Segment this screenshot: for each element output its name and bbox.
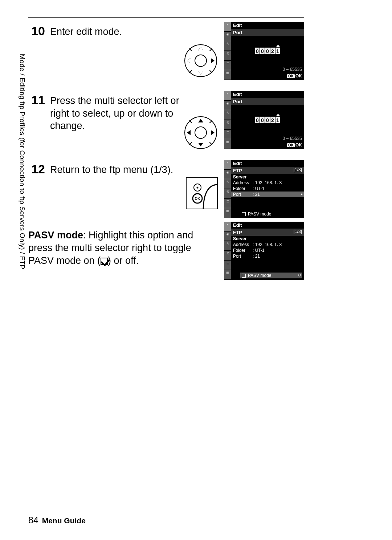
lcd-row-address: Address: 192. 168. 1. 3	[231, 180, 304, 186]
step-10: 10 Enter edit mode. ▸ ◉ ✎ ⚒ ☰ ▦ Edit Por…	[28, 18, 304, 87]
port-range: 0 – 65535	[283, 67, 302, 72]
lcd-title: Edit	[231, 160, 304, 167]
lcd-tab-icon: ▸	[224, 22, 231, 32]
lcd-row-port: Port: 21	[231, 253, 304, 259]
checkbox-icon	[242, 274, 246, 278]
lcd-tab-icon: ▦	[224, 139, 231, 149]
port-digit: 0	[255, 47, 260, 55]
multi-selector-icon	[184, 44, 217, 77]
lcd-subtitle: Port	[231, 29, 304, 36]
step-text: Enter edit mode.	[50, 25, 181, 38]
port-range: 0 – 65535	[283, 136, 302, 141]
lcd-tab-icon: ☰	[224, 61, 231, 70]
lcd-section: Server	[231, 174, 304, 180]
lcd-tab-icon: ▸	[224, 160, 231, 170]
lcd-tab-icon: ◉	[224, 231, 231, 241]
lcd-screenshot-port-enter: ▸ ◉ ✎ ⚒ ☰ ▦ Edit Port 0 0 0 2 1 0 – 6553…	[224, 22, 304, 80]
lcd-screenshot-port-edit: ▸ ◉ ✎ ⚒ ☰ ▦ Edit Port 0 0 0 2 1 0 – 6553…	[224, 91, 304, 149]
port-digit: 0	[265, 116, 270, 124]
lcd-page-indicator: [1/3]	[294, 229, 302, 234]
port-digit: 0	[265, 47, 270, 55]
section-breadcrumb-vertical: Mode / Editing ftp Profiles (for Connect…	[16, 54, 26, 308]
lcd-tab-icon: ▸	[224, 91, 231, 101]
lcd-tab-icon: ✎	[224, 110, 231, 120]
svg-rect-0	[186, 178, 217, 209]
lcd-row-folder: Folder: UT-1	[231, 186, 304, 192]
step-11: 11 Press the multi selector left or righ…	[28, 87, 304, 156]
lcd-row-port-highlighted: Port: 21	[231, 192, 304, 197]
ok-hint: OKOK	[287, 73, 302, 78]
lcd-tab-icon: ▸	[224, 222, 231, 231]
lcd-row-folder: Folder: UT-1	[231, 247, 304, 253]
lcd-tab-icon: ✎	[224, 241, 231, 251]
lcd-tab-icon: ⚒	[224, 51, 231, 61]
page-footer: 84 Menu Guide	[28, 515, 86, 525]
lcd-tab-icon: ⚒	[224, 251, 231, 261]
pasv-paragraph: PASV mode: Highlight this option and pre…	[28, 229, 217, 267]
lcd-tab-icon: ☰	[224, 199, 231, 209]
checked-box-icon	[101, 258, 108, 265]
port-digit: 0	[260, 47, 265, 55]
lcd-tab-icon: ☰	[224, 261, 231, 270]
port-digit-selected: 1	[275, 116, 280, 124]
step-12: 12 Return to the ftp menu (1/3). ✦ OK ▸ …	[28, 156, 304, 222]
port-digit-entry: 0 0 0 2 1	[255, 116, 280, 124]
step-number: 10	[28, 25, 45, 37]
lcd-tab-icon: ☰	[224, 130, 231, 140]
lcd-tab-icon: ✎	[224, 179, 231, 189]
lcd-tab-icon: ◉	[224, 170, 231, 180]
page-number: 84	[28, 515, 38, 525]
lcd-tab-icon: ▦	[224, 270, 231, 280]
cycle-icon: ↺	[298, 273, 301, 278]
ok-hint: OKOK	[287, 142, 302, 148]
port-digit-entry: 0 0 0 2 1	[255, 47, 280, 55]
lcd-row-pasv-highlighted: PASV mode ↺	[240, 273, 302, 278]
svg-text:✦: ✦	[196, 186, 199, 190]
port-digit: 2	[270, 47, 275, 55]
lcd-page-indicator: [1/3]	[294, 167, 302, 172]
port-digit: 2	[270, 116, 275, 124]
lcd-row-pasv: PASV mode	[242, 211, 302, 217]
lcd-tab-icon: ⚒	[224, 189, 231, 199]
checkbox-icon	[242, 212, 246, 216]
pasv-paragraph-block: PASV mode: Highlight this option and pre…	[28, 222, 304, 287]
footer-title: Menu Guide	[42, 516, 86, 525]
lcd-title: Edit	[231, 22, 304, 29]
svg-text:OK: OK	[195, 197, 201, 201]
lcd-screenshot-ftp-menu: ▸ ◉ ✎ ⚒ ☰ ▦ Edit FTP [1/3] Server Addres…	[224, 160, 304, 218]
lcd-title: Edit	[231, 91, 304, 98]
page-content: 10 Enter edit mode. ▸ ◉ ✎ ⚒ ☰ ▦ Edit Por…	[28, 17, 304, 287]
port-digit: 0	[255, 116, 260, 124]
lcd-section: Server	[231, 236, 304, 242]
ok-button-diagram: ✦ OK	[186, 177, 218, 209]
lcd-row-address: Address: 192. 168. 1. 3	[231, 242, 304, 247]
lcd-tab-icon: ⚒	[224, 120, 231, 130]
multi-selector-icon	[184, 116, 217, 149]
lcd-tab-icon: ▦	[224, 208, 231, 218]
step-text: Press the multi selector left or right t…	[50, 94, 181, 132]
lcd-title: Edit	[231, 222, 304, 229]
lcd-tab-icon: ◉	[224, 101, 231, 110]
lcd-tab-icon: ▦	[224, 70, 231, 80]
lcd-tab-icon: ◉	[224, 32, 231, 41]
port-digit: 0	[260, 116, 265, 124]
step-number: 12	[28, 163, 45, 175]
lcd-tab-icon: ✎	[224, 41, 231, 51]
lcd-screenshot-ftp-pasv: ▸ ◉ ✎ ⚒ ☰ ▦ Edit FTP [1/3] Server Addres…	[224, 222, 304, 280]
port-digit-selected: 1	[275, 47, 280, 55]
step-text: Return to the ftp menu (1/3).	[50, 163, 181, 176]
lcd-subtitle: Port	[231, 98, 304, 105]
step-number: 11	[28, 94, 45, 106]
